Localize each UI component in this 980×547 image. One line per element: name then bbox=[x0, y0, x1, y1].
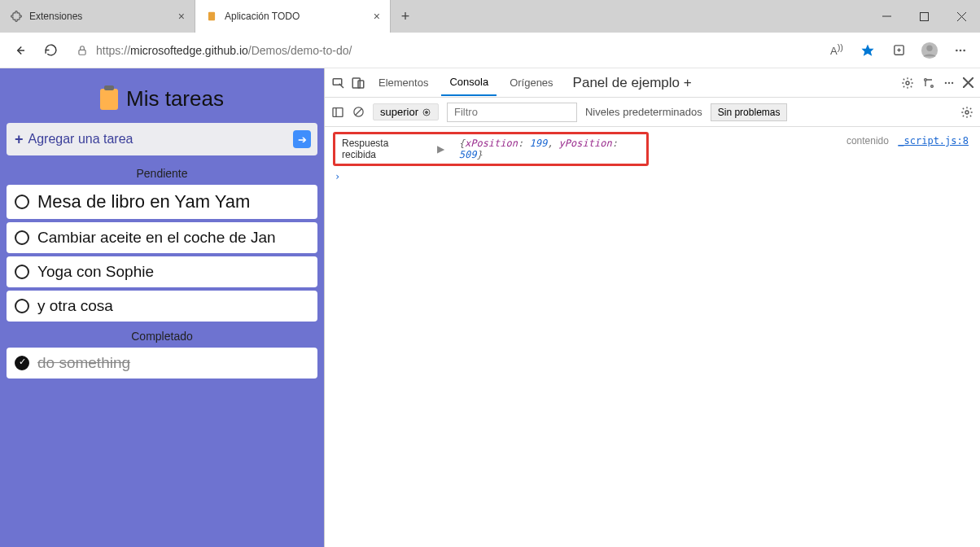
source-link[interactable]: _script.js:8 bbox=[898, 135, 969, 147]
log-object[interactable]: {xPosition: 199, yPosition: 509} bbox=[459, 138, 640, 160]
levels-selector[interactable]: Niveles predeterminados bbox=[585, 106, 702, 118]
svg-rect-27 bbox=[333, 107, 343, 116]
page-title: Mis tareas bbox=[7, 78, 317, 123]
sidebar-toggle-icon[interactable] bbox=[331, 106, 344, 119]
tab-sources[interactable]: Orígenes bbox=[501, 70, 561, 95]
close-icon[interactable]: × bbox=[374, 10, 380, 23]
device-toggle-icon[interactable] bbox=[351, 76, 365, 90]
checkbox-checked-icon[interactable] bbox=[15, 356, 29, 370]
issues-button[interactable]: Sin problemas bbox=[711, 103, 788, 121]
new-tab-button[interactable]: + bbox=[391, 0, 420, 33]
collections-button[interactable] bbox=[886, 37, 912, 63]
svg-point-15 bbox=[963, 49, 965, 51]
svg-point-22 bbox=[945, 81, 947, 83]
address-bar: https://microsoftedge.github.io/Demos/de… bbox=[0, 33, 980, 68]
svg-line-30 bbox=[356, 109, 362, 116]
pending-heading: Pendiente bbox=[7, 167, 317, 180]
devtools-panel: Elementos Consola Orígenes Panel de ejem… bbox=[324, 68, 980, 547]
task-item-completed[interactable]: do something bbox=[7, 348, 317, 379]
console-toolbar: superior Niveles predeterminados Sin pro… bbox=[325, 98, 980, 127]
console-output: Respuesta recibida ▶ {xPosition: 199, yP… bbox=[325, 127, 980, 547]
browser-tab-todo[interactable]: Aplicación TODO × bbox=[195, 0, 391, 33]
window-titlebar: Extensiones × Aplicación TODO × + bbox=[0, 0, 980, 33]
inspect-icon[interactable] bbox=[331, 76, 346, 90]
plus-icon: + bbox=[15, 131, 24, 148]
window-minimize-button[interactable] bbox=[868, 0, 905, 33]
checkbox-icon[interactable] bbox=[15, 265, 29, 279]
svg-rect-0 bbox=[208, 12, 215, 21]
svg-point-12 bbox=[926, 45, 932, 50]
console-settings-icon[interactable] bbox=[960, 106, 973, 119]
task-item[interactable]: Yoga con Sophie bbox=[7, 256, 317, 287]
svg-point-20 bbox=[925, 78, 927, 81]
expand-triangle-icon[interactable]: ▶ bbox=[437, 143, 444, 155]
context-selector[interactable]: superior bbox=[373, 103, 439, 120]
page-icon bbox=[205, 10, 218, 23]
svg-rect-17 bbox=[352, 78, 360, 88]
log-source: contenido _script.js:8 bbox=[847, 135, 969, 147]
clipboard-icon bbox=[100, 89, 118, 110]
tab-elements[interactable]: Elementos bbox=[370, 70, 436, 95]
svg-rect-6 bbox=[79, 50, 85, 55]
svg-marker-7 bbox=[862, 44, 874, 55]
refresh-button[interactable] bbox=[37, 37, 63, 63]
filter-input[interactable] bbox=[447, 103, 577, 122]
log-message: Respuesta recibida bbox=[342, 138, 422, 160]
svg-point-33 bbox=[965, 111, 969, 114]
lock-icon bbox=[77, 45, 88, 56]
submit-task-button[interactable]: ➔ bbox=[293, 130, 311, 148]
favorite-button[interactable] bbox=[855, 37, 881, 63]
checkbox-icon[interactable] bbox=[15, 195, 29, 209]
task-item[interactable]: Cambiar aceite en el coche de Jan bbox=[7, 222, 317, 253]
svg-point-24 bbox=[952, 81, 953, 83]
browser-tab-extensions[interactable]: Extensiones × bbox=[0, 0, 195, 33]
tab-sample-panel[interactable]: Panel de ejemplo + bbox=[567, 75, 698, 91]
svg-point-19 bbox=[906, 81, 909, 85]
svg-rect-2 bbox=[920, 12, 928, 20]
tab-label: Extensiones bbox=[29, 11, 82, 22]
svg-point-14 bbox=[960, 49, 962, 51]
svg-point-23 bbox=[948, 81, 950, 83]
checkbox-icon[interactable] bbox=[15, 299, 29, 313]
url-text: https://microsoftedge.github.io/Demos/de… bbox=[96, 44, 352, 57]
svg-point-32 bbox=[425, 111, 427, 113]
svg-point-13 bbox=[956, 49, 958, 51]
gear-icon[interactable] bbox=[901, 77, 914, 90]
close-devtools-button[interactable] bbox=[963, 77, 973, 88]
profile-button[interactable] bbox=[917, 37, 943, 63]
activity-icon[interactable] bbox=[922, 77, 935, 90]
add-task-input[interactable]: + Agregar una tarea ➔ bbox=[7, 123, 317, 155]
extension-icon bbox=[10, 10, 23, 23]
more-icon[interactable] bbox=[943, 77, 955, 89]
clear-console-icon[interactable] bbox=[352, 106, 365, 118]
console-log-row[interactable]: Respuesta recibida ▶ {xPosition: 199, yP… bbox=[333, 132, 649, 166]
window-maximize-button[interactable] bbox=[905, 0, 943, 33]
devtools-tab-strip: Elementos Consola Orígenes Panel de ejem… bbox=[325, 68, 980, 98]
tab-console[interactable]: Consola bbox=[441, 69, 497, 96]
url-field[interactable]: https://microsoftedge.github.io/Demos/de… bbox=[68, 37, 819, 63]
window-close-button[interactable] bbox=[943, 0, 980, 33]
completed-heading: Completado bbox=[7, 330, 317, 343]
svg-rect-18 bbox=[358, 81, 364, 88]
close-icon[interactable]: × bbox=[178, 10, 185, 23]
checkbox-icon[interactable] bbox=[15, 230, 29, 245]
task-item[interactable]: Mesa de libro en Yam Yam bbox=[7, 185, 317, 219]
tab-label: Aplicación TODO bbox=[225, 11, 300, 22]
svg-point-21 bbox=[931, 85, 934, 87]
read-aloud-button[interactable]: A)) bbox=[824, 37, 850, 63]
more-button[interactable] bbox=[947, 37, 973, 63]
console-prompt[interactable]: › bbox=[333, 171, 972, 182]
todo-app: Mis tareas + Agregar una tarea ➔ Pendien… bbox=[0, 68, 324, 547]
back-button[interactable] bbox=[7, 37, 33, 63]
task-item[interactable]: y otra cosa bbox=[7, 291, 317, 322]
